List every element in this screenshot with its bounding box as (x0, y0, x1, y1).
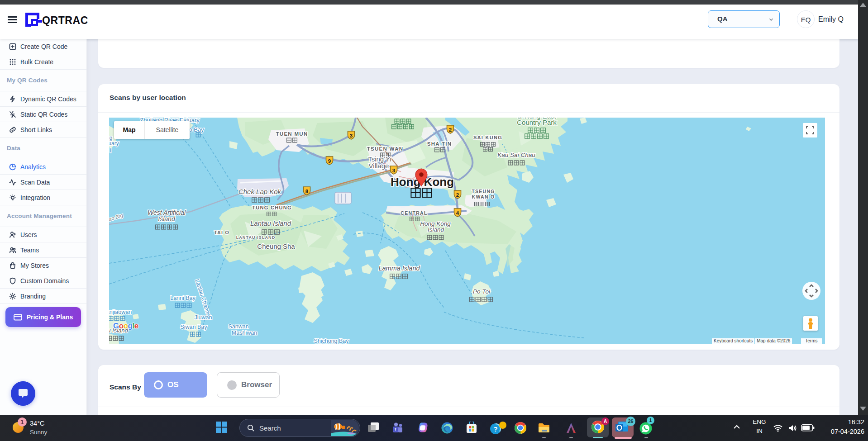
svg-text:l: l (110, 147, 111, 154)
svg-text:1: 1 (20, 418, 24, 426)
svg-text:Jiuwan: Jiuwan (195, 314, 212, 321)
svg-text:Lantau Island: Lantau Island (250, 219, 291, 227)
svg-text:Village: Village (369, 162, 389, 170)
svg-text:Kau Sai Chau: Kau Sai Chau (497, 152, 535, 158)
svg-text:Lamma Island: Lamma Island (378, 265, 420, 272)
svg-text:Cheung Sha: Cheung Sha (257, 242, 295, 250)
svg-text:Siwan Bay: Siwan Bay (180, 324, 207, 330)
svg-text:Shichong Bay: Shichong Bay (314, 338, 349, 344)
svg-text:KWAN O: KWAN O (472, 194, 495, 199)
svg-text:anjiaowan: anjiaowan (109, 309, 132, 315)
svg-text:8: 8 (305, 189, 309, 194)
svg-text:3: 3 (350, 133, 353, 138)
svg-text:TUEN MUN: TUEN MUN (276, 131, 308, 137)
svg-text:Island: Island (158, 215, 176, 223)
svg-text:2: 2 (456, 192, 459, 198)
svg-text:Po Toi: Po Toi (473, 288, 491, 295)
svg-text:o Bay: o Bay (189, 126, 204, 133)
svg-text:TSUEN WAN: TSUEN WAN (367, 146, 404, 152)
svg-text:LANTAU ISLAND: LANTAU ISLAND (236, 235, 276, 240)
svg-text:uary: uary (109, 140, 119, 147)
svg-text:T: T (394, 427, 397, 432)
svg-text:2: 2 (449, 127, 452, 133)
svg-text:SHA TIN: SHA TIN (427, 141, 452, 147)
svg-text:Lanni Bay: Lanni Bay (170, 295, 196, 301)
svg-text:4: 4 (456, 210, 459, 216)
svg-text:9: 9 (328, 158, 331, 164)
svg-text:Chek Lap Kok: Chek Lap Kok (238, 188, 282, 195)
svg-text:Sanwan: Sanwan (228, 323, 248, 330)
svg-text:SAI KUNG: SAI KUNG (473, 135, 502, 140)
svg-text:TUNG CHUNG: TUNG CHUNG (252, 205, 292, 210)
svg-text:CENTRAL: CENTRAL (401, 210, 427, 216)
svg-text:Country Park: Country Park (517, 119, 557, 126)
svg-text:TSEUNG: TSEUNG (472, 189, 495, 194)
svg-text:Mashiwan: Mashiwan (232, 330, 257, 336)
svg-text:TAI O: TAI O (214, 230, 229, 235)
svg-text:Island: Island (428, 226, 444, 233)
svg-text:3: 3 (392, 168, 395, 173)
svg-text:?: ? (493, 425, 497, 433)
